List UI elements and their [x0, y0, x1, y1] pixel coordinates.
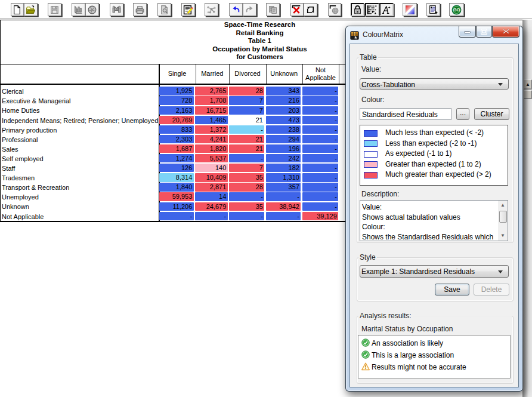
svg-text:GO: GO: [453, 7, 460, 13]
